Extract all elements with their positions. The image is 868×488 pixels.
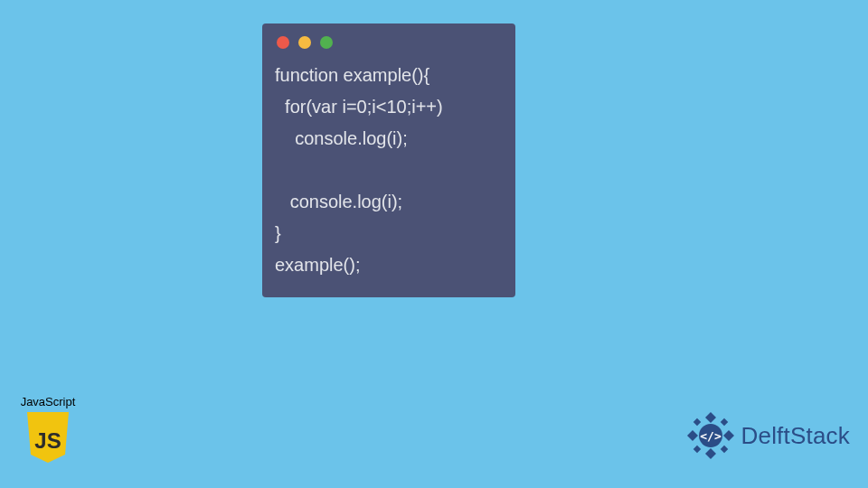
code-line: console.log(i); bbox=[275, 192, 402, 211]
js-text: JS bbox=[34, 428, 61, 453]
svg-marker-7 bbox=[720, 446, 727, 453]
maximize-icon bbox=[320, 36, 333, 49]
code-line: } bbox=[275, 223, 281, 243]
code-line: console.log(i); bbox=[275, 128, 408, 148]
svg-marker-6 bbox=[693, 446, 700, 453]
svg-marker-0 bbox=[705, 412, 716, 423]
svg-text:</>: </> bbox=[700, 429, 722, 443]
close-icon bbox=[277, 36, 289, 49]
code-line: for(var i=0;i<10;i++) bbox=[275, 97, 443, 117]
javascript-icon: JS bbox=[24, 410, 72, 465]
delftstack-logo-icon: </> bbox=[685, 410, 736, 461]
code-block: function example(){ for(var i=0;i<10;i++… bbox=[262, 56, 515, 285]
minimize-icon bbox=[298, 36, 311, 49]
svg-marker-5 bbox=[720, 418, 727, 426]
code-line: example(); bbox=[275, 255, 360, 275]
titlebar bbox=[262, 23, 515, 56]
badge-label: JavaScript bbox=[13, 395, 83, 408]
brand: </> DelftStack bbox=[685, 410, 851, 461]
javascript-badge: JavaScript JS bbox=[13, 395, 83, 465]
svg-marker-2 bbox=[687, 430, 698, 441]
code-line: function example(){ bbox=[275, 65, 429, 85]
svg-marker-4 bbox=[693, 418, 700, 426]
brand-name: DelftStack bbox=[741, 422, 851, 450]
svg-marker-3 bbox=[723, 430, 734, 441]
code-window: function example(){ for(var i=0;i<10;i++… bbox=[262, 23, 515, 297]
svg-marker-1 bbox=[705, 448, 716, 459]
